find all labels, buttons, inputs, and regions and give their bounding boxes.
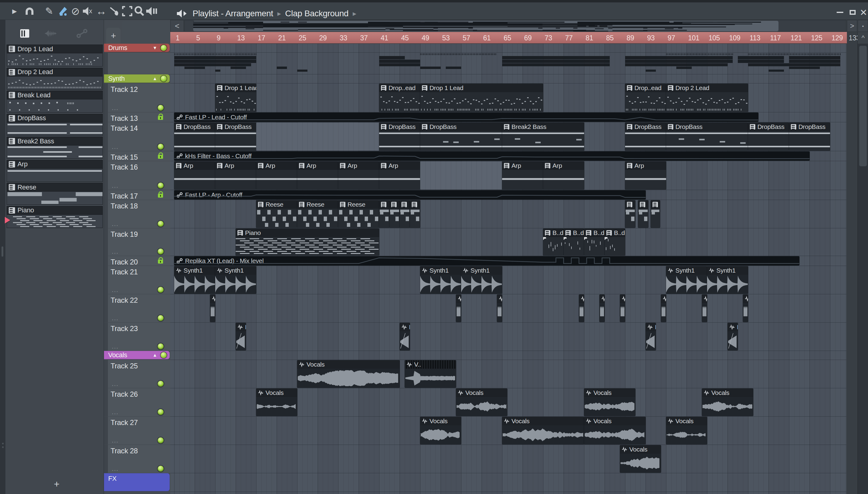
clip-header[interactable]: Reese — [256, 200, 297, 209]
pattern-clip[interactable]: Arp — [379, 162, 420, 189]
track-led[interactable] — [158, 144, 164, 150]
pattern-clip[interactable]: Drop..ead — [379, 84, 420, 112]
audio-clip[interactable]: Synth1 — [707, 266, 748, 294]
zoom-icon[interactable] — [133, 2, 145, 20]
clip-header[interactable] — [389, 200, 400, 209]
clip-header[interactable]: Arp — [338, 162, 379, 170]
clip-header[interactable]: Synth1 — [215, 266, 256, 275]
lane-synth[interactable] — [170, 74, 846, 83]
clip-header[interactable]: R..1 — [400, 323, 410, 331]
track-row-t17[interactable]: Track 17 — [104, 190, 170, 200]
audio-clip[interactable]: Vocals — [456, 388, 507, 416]
expand-arrow-icon[interactable]: ▲ — [152, 351, 157, 359]
collapse-arrow-icon[interactable]: ▼ — [152, 44, 157, 52]
track-led[interactable] — [158, 381, 164, 387]
audio-clip[interactable]: Vocals — [584, 388, 635, 416]
track-row-dl[interactable] — [104, 53, 170, 74]
clip-header[interactable] — [743, 294, 748, 303]
clip-header[interactable]: V.. — [405, 360, 456, 369]
pattern-clip[interactable] — [638, 200, 648, 228]
clip-header[interactable]: Synth1 — [174, 266, 215, 275]
track-led[interactable] — [158, 466, 164, 472]
group-led[interactable] — [161, 352, 167, 358]
pattern-item[interactable]: Reese — [7, 183, 103, 205]
clip-header[interactable]: Arp — [379, 162, 420, 170]
pattern-item-header[interactable]: Break Lead — [7, 91, 103, 99]
pattern-clip[interactable]: Reese — [338, 200, 379, 228]
audio-clip[interactable]: V.. — [405, 360, 456, 388]
track-row-t20[interactable]: Track 20 — [104, 256, 170, 266]
clip-header[interactable]: DropBass — [789, 122, 830, 131]
pattern-clip[interactable]: Drop 2 Lead — [666, 84, 748, 112]
pattern-clip[interactable]: B..d — [543, 229, 564, 255]
clip-header[interactable]: Vocals — [297, 360, 400, 369]
lane-drums[interactable] — [170, 44, 846, 53]
track-name[interactable]: Track 26 — [111, 390, 138, 399]
pattern-clip[interactable]: B..d — [605, 229, 625, 255]
clip-header[interactable] — [497, 294, 502, 303]
clip-header[interactable] — [620, 294, 625, 303]
audio-clip[interactable] — [497, 294, 502, 322]
lock-icon[interactable] — [158, 155, 163, 159]
paint-brush-icon[interactable] — [57, 2, 69, 20]
track-more[interactable]: ... — [112, 144, 119, 150]
audio-clip[interactable]: R..1 — [727, 323, 738, 350]
pattern-clip[interactable] — [651, 200, 660, 228]
pattern-clip[interactable]: Arp — [297, 162, 338, 189]
group-header-fx[interactable]: FX — [104, 473, 170, 491]
automation-clip[interactable]: Fast LP - Lead - Cutoff — [174, 113, 758, 122]
add-pattern-button[interactable]: + — [51, 479, 63, 489]
automation-clip[interactable]: kHs Filter - Bass - Cutoff — [174, 152, 810, 160]
clip-header[interactable] — [579, 294, 584, 303]
pattern-item[interactable]: Arp — [7, 160, 103, 182]
playback-preview-icon[interactable] — [145, 2, 159, 20]
scroll-up-button[interactable]: ^ — [858, 32, 868, 44]
clip-header[interactable]: Vocals — [502, 417, 584, 425]
pattern-clip[interactable]: Arp — [215, 162, 256, 189]
track-row-t22[interactable]: Track 22... — [104, 294, 170, 323]
pattern-item[interactable]: DropBass — [7, 114, 103, 136]
clip-header[interactable] — [599, 294, 605, 303]
clip-header[interactable]: Vocals — [702, 388, 753, 397]
clip-header[interactable]: R..1 — [646, 323, 656, 331]
link-tab-icon[interactable] — [75, 28, 89, 39]
clip-header[interactable]: Drop 1 Lead — [215, 84, 256, 92]
slip-stretch-icon[interactable]: ↔ — [95, 2, 107, 20]
clip-header[interactable]: DropBass — [215, 122, 256, 131]
clip-header[interactable] — [625, 200, 635, 209]
arrangement-overview-scrollbar[interactable] — [184, 20, 846, 32]
pattern-clip[interactable]: DropBass — [420, 122, 502, 151]
audio-clip[interactable] — [743, 294, 748, 322]
clip-header[interactable]: Drop 2 Lead — [666, 84, 748, 92]
track-name[interactable]: Track 17 — [111, 192, 138, 200]
track-row-t27[interactable]: Track 27... — [104, 417, 170, 445]
track-more[interactable]: ... — [112, 286, 119, 293]
pattern-item[interactable]: Break2 Bass — [7, 137, 103, 159]
pattern-clip[interactable]: Arp — [625, 162, 666, 189]
clip-header[interactable]: Drop 1 Lead — [420, 84, 543, 92]
track-more[interactable]: ... — [112, 409, 119, 416]
audio-clip[interactable]: R..1 — [400, 323, 410, 350]
pattern-clip[interactable] — [410, 200, 420, 228]
track-more[interactable]: ... — [112, 248, 119, 255]
track-more[interactable]: ... — [112, 104, 119, 111]
clip-header[interactable]: Vocals — [584, 388, 635, 397]
clip-header[interactable]: Synth1 — [666, 266, 707, 275]
lane-t23[interactable] — [170, 323, 846, 351]
track-led[interactable] — [158, 221, 164, 227]
pattern-clip[interactable]: Drop 1 Lead — [215, 84, 256, 112]
track-more[interactable]: ... — [112, 466, 119, 472]
group-header-synth[interactable]: Synth▲ — [104, 74, 170, 83]
audio-clip[interactable]: Synth1 — [666, 266, 707, 294]
track-name[interactable]: Track 22 — [111, 296, 138, 305]
lane-t28[interactable] — [170, 445, 846, 473]
lane-vocals[interactable] — [170, 351, 846, 360]
pattern-clip[interactable]: Arp — [174, 162, 215, 189]
clip-header[interactable]: DropBass — [174, 122, 215, 131]
clip-header[interactable]: Synth1 — [420, 266, 461, 275]
magnet-icon[interactable] — [23, 2, 36, 20]
pattern-clip[interactable]: B..d — [584, 229, 605, 255]
pattern-item-header[interactable]: Break2 Bass — [7, 137, 103, 146]
pattern-clip[interactable]: DropBass — [215, 122, 256, 151]
audio-clip[interactable]: Synth1 — [420, 266, 461, 294]
